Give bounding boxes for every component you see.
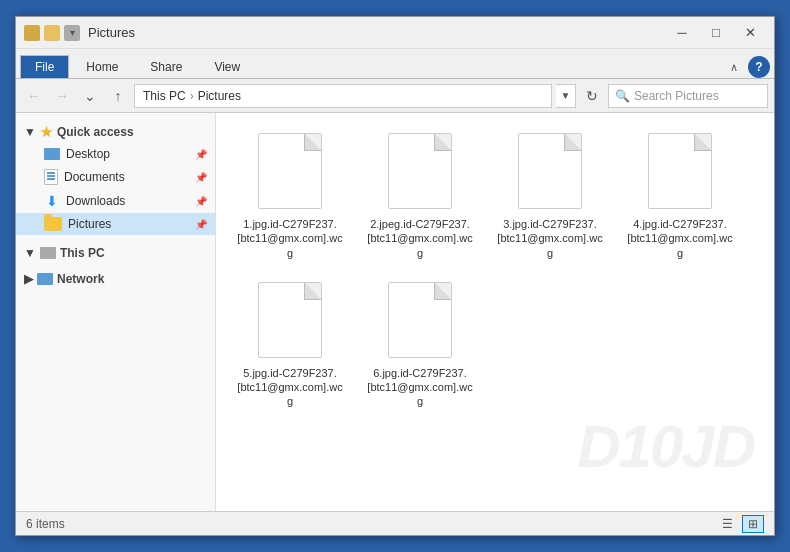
file-name: 6.jpg.id-C279F237.[btc11@gmx.com].wcg — [366, 366, 474, 409]
window-controls: ─ □ ✕ — [666, 22, 766, 44]
file-name: 4.jpg.id-C279F237.[btc11@gmx.com].wcg — [626, 217, 734, 260]
explorer-window: ▾ Pictures ─ □ ✕ File Home Share View ∧ … — [15, 16, 775, 536]
thispc-label: This PC — [60, 246, 105, 260]
file-name: 2.jpeg.id-C279F237.[btc11@gmx.com].wcg — [366, 217, 474, 260]
grid-view-button[interactable]: ⊞ — [742, 515, 764, 533]
downloads-label: Downloads — [66, 194, 125, 208]
ribbon-expand-button[interactable]: ∧ — [724, 59, 744, 76]
pin-icon-downloads: 📌 — [195, 196, 207, 207]
address-path[interactable]: This PC › Pictures — [134, 84, 552, 108]
title-icon-1 — [24, 25, 40, 41]
file-item[interactable]: 5.jpg.id-C279F237.[btc11@gmx.com].wcg — [230, 276, 350, 415]
file-icon — [254, 282, 326, 362]
desktop-label: Desktop — [66, 147, 110, 161]
refresh-button[interactable]: ↻ — [580, 84, 604, 108]
tab-file[interactable]: File — [20, 55, 69, 78]
tab-share[interactable]: Share — [135, 55, 197, 78]
file-icon — [384, 133, 456, 213]
documents-label: Documents — [64, 170, 125, 184]
star-icon: ★ — [40, 124, 53, 140]
path-segment-pictures: Pictures — [198, 89, 241, 103]
ribbon-right: ∧ ? — [724, 56, 770, 78]
ribbon-help-button[interactable]: ? — [748, 56, 770, 78]
file-page — [258, 282, 322, 358]
sidebar-section-network[interactable]: ▶ Network — [16, 267, 215, 289]
address-dropdown-button[interactable]: ▼ — [556, 84, 576, 108]
file-item[interactable]: 2.jpeg.id-C279F237.[btc11@gmx.com].wcg — [360, 127, 480, 266]
watermark: D10JD — [577, 412, 754, 481]
tab-view[interactable]: View — [199, 55, 255, 78]
file-icon — [644, 133, 716, 213]
file-page — [388, 282, 452, 358]
title-bar-icons: ▾ — [24, 25, 80, 41]
file-name: 5.jpg.id-C279F237.[btc11@gmx.com].wcg — [236, 366, 344, 409]
file-item[interactable]: 4.jpg.id-C279F237.[btc11@gmx.com].wcg — [620, 127, 740, 266]
sidebar: ▼ ★ Quick access Desktop 📌 Documents 📌 ⬇… — [16, 113, 216, 511]
up-button[interactable]: ↑ — [106, 84, 130, 108]
path-segment-thispc: This PC — [143, 89, 186, 103]
pc-icon — [40, 247, 56, 259]
minimize-button[interactable]: ─ — [666, 22, 698, 44]
back-button[interactable]: ← — [22, 84, 46, 108]
sidebar-item-documents[interactable]: Documents 📌 — [16, 165, 215, 189]
search-placeholder: Search Pictures — [634, 89, 719, 103]
title-bar: ▾ Pictures ─ □ ✕ — [16, 17, 774, 49]
quickaccess-arrow: ▼ — [24, 125, 36, 139]
network-icon — [37, 273, 53, 285]
sidebar-item-downloads[interactable]: ⬇ Downloads 📌 — [16, 189, 215, 213]
file-item[interactable]: 3.jpg.id-C279F237.[btc11@gmx.com].wcg — [490, 127, 610, 266]
sidebar-section-thispc[interactable]: ▼ This PC — [16, 241, 215, 263]
path-arrow-1: › — [190, 89, 194, 103]
sidebar-section-quickaccess[interactable]: ▼ ★ Quick access — [16, 119, 215, 143]
pin-icon-docs: 📌 — [195, 172, 207, 183]
sidebar-item-desktop[interactable]: Desktop 📌 — [16, 143, 215, 165]
quickaccess-label: Quick access — [57, 125, 134, 139]
network-label: Network — [57, 272, 104, 286]
network-arrow: ▶ — [24, 272, 33, 286]
file-page — [388, 133, 452, 209]
address-bar: ← → ⌄ ↑ This PC › Pictures ▼ ↻ 🔍 Search … — [16, 79, 774, 113]
title-icon-2 — [44, 25, 60, 41]
file-page — [258, 133, 322, 209]
file-icon — [384, 282, 456, 362]
title-icon-3: ▾ — [64, 25, 80, 41]
close-button[interactable]: ✕ — [734, 22, 766, 44]
downloads-icon: ⬇ — [44, 193, 60, 209]
sidebar-item-pictures[interactable]: Pictures 📌 — [16, 213, 215, 235]
folder-icon-pictures — [44, 217, 62, 231]
forward-button[interactable]: → — [50, 84, 74, 108]
file-icon — [514, 133, 586, 213]
file-item[interactable]: 6.jpg.id-C279F237.[btc11@gmx.com].wcg — [360, 276, 480, 415]
file-icon — [254, 133, 326, 213]
file-name: 1.jpg.id-C279F237.[btc11@gmx.com].wcg — [236, 217, 344, 260]
maximize-button[interactable]: □ — [700, 22, 732, 44]
item-count: 6 items — [26, 517, 65, 531]
file-name: 3.jpg.id-C279F237.[btc11@gmx.com].wcg — [496, 217, 604, 260]
ribbon-tabs: File Home Share View ∧ ? — [16, 49, 774, 79]
content-area: D10JD 1.jpg.id-C279F237.[btc11@gmx.com].… — [216, 113, 774, 511]
files-grid: 1.jpg.id-C279F237.[btc11@gmx.com].wcg 2.… — [226, 123, 764, 419]
thispc-arrow: ▼ — [24, 246, 36, 260]
desktop-icon — [44, 148, 60, 160]
window-title: Pictures — [88, 25, 666, 40]
list-view-button[interactable]: ☰ — [716, 515, 738, 533]
search-icon: 🔍 — [615, 89, 630, 103]
docs-icon — [44, 169, 58, 185]
pin-icon-pictures: 📌 — [195, 219, 207, 230]
pin-icon-desktop: 📌 — [195, 149, 207, 160]
view-controls: ☰ ⊞ — [716, 515, 764, 533]
search-box[interactable]: 🔍 Search Pictures — [608, 84, 768, 108]
file-page — [648, 133, 712, 209]
dropdown-nav-button[interactable]: ⌄ — [78, 84, 102, 108]
file-page — [518, 133, 582, 209]
tab-home[interactable]: Home — [71, 55, 133, 78]
status-bar: 6 items ☰ ⊞ — [16, 511, 774, 535]
pictures-label: Pictures — [68, 217, 111, 231]
file-item[interactable]: 1.jpg.id-C279F237.[btc11@gmx.com].wcg — [230, 127, 350, 266]
main-area: ▼ ★ Quick access Desktop 📌 Documents 📌 ⬇… — [16, 113, 774, 511]
